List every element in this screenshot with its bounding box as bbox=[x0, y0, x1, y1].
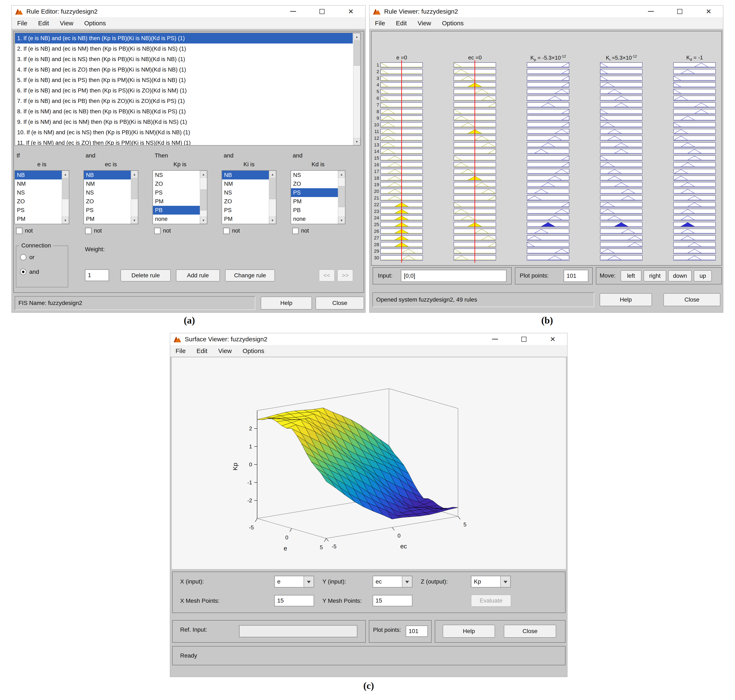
input-line-ec[interactable] bbox=[474, 60, 475, 263]
prev-button[interactable]: << bbox=[319, 269, 335, 281]
mf-listbox-e[interactable]: NBNMNSZOPSPM ▲▼ bbox=[15, 170, 69, 224]
checkbox-icon[interactable] bbox=[16, 228, 22, 234]
listbox-option[interactable]: PM bbox=[291, 197, 345, 206]
checkbox-icon[interactable] bbox=[85, 228, 91, 234]
scroll-thumb[interactable] bbox=[354, 41, 360, 66]
checkbox-icon[interactable] bbox=[223, 228, 230, 234]
menu-view[interactable]: View bbox=[54, 18, 79, 29]
listbox-option[interactable]: PS bbox=[291, 188, 345, 197]
scroll-thumb[interactable] bbox=[62, 178, 68, 199]
rules-scrollbar[interactable]: ▲ ▼ bbox=[353, 33, 360, 145]
listbox-option[interactable]: ZO bbox=[222, 197, 276, 206]
scroll-track[interactable] bbox=[62, 178, 69, 217]
y-mesh-field[interactable]: 15 bbox=[373, 595, 412, 606]
listbox-option[interactable]: NS bbox=[84, 188, 138, 197]
move-up-button[interactable]: up bbox=[694, 270, 712, 281]
minimize-button[interactable] bbox=[279, 6, 308, 18]
change-rule-button[interactable]: Change rule bbox=[225, 269, 275, 281]
close-button[interactable]: ✕ bbox=[336, 6, 365, 18]
listbox-option[interactable]: NB bbox=[84, 171, 138, 179]
scroll-up-icon[interactable]: ▲ bbox=[200, 171, 207, 178]
menu-edit[interactable]: Edit bbox=[191, 345, 213, 357]
input-line-e[interactable] bbox=[401, 60, 402, 263]
scroll-down-icon[interactable]: ▼ bbox=[338, 217, 345, 224]
menu-view[interactable]: View bbox=[213, 345, 237, 357]
input-field[interactable]: [0;0] bbox=[401, 270, 507, 282]
scrollbar[interactable]: ▲▼ bbox=[200, 171, 207, 224]
scroll-down-icon[interactable]: ▼ bbox=[269, 217, 276, 224]
x-mesh-field[interactable]: 15 bbox=[274, 595, 314, 606]
rule-item[interactable]: 9. If (e is NM) and (ec is NM) then (Kp … bbox=[15, 117, 353, 127]
chevron-down-icon[interactable] bbox=[500, 576, 510, 587]
listbox-option[interactable]: ZO bbox=[15, 197, 69, 206]
not-checkbox-kp[interactable]: not bbox=[154, 228, 171, 234]
close-window-button[interactable]: Close bbox=[315, 297, 364, 310]
close-window-button[interactable]: Close bbox=[504, 625, 556, 638]
rule-item[interactable]: 3. If (e is NB) and (ec is NS) then (Kp … bbox=[15, 54, 353, 65]
surface-plot[interactable]: 210-1-2-505-505eecKp bbox=[196, 360, 521, 566]
listbox-option[interactable]: PS bbox=[222, 206, 276, 215]
scroll-up-icon[interactable]: ▲ bbox=[131, 171, 138, 178]
rule-item[interactable]: 8. If (e is NM) and (ec is NB) then (Kp … bbox=[15, 106, 353, 117]
listbox-option[interactable]: NM bbox=[222, 179, 276, 188]
connection-and-radio[interactable]: and bbox=[20, 269, 39, 275]
scroll-thumb[interactable] bbox=[270, 178, 275, 199]
listbox-option[interactable]: NS bbox=[153, 171, 207, 179]
checkbox-icon[interactable] bbox=[292, 228, 299, 234]
y-input-combo[interactable]: ec bbox=[373, 576, 412, 587]
listbox-option[interactable]: PM bbox=[15, 215, 69, 224]
listbox-option[interactable]: ZO bbox=[291, 179, 345, 188]
not-checkbox-kd[interactable]: not bbox=[292, 228, 309, 234]
add-rule-button[interactable]: Add rule bbox=[176, 269, 220, 281]
scroll-down-icon[interactable]: ▼ bbox=[62, 217, 69, 224]
radio-icon[interactable] bbox=[20, 254, 27, 260]
titlebar[interactable]: Surface Viewer: fuzzydesign2 ✕ bbox=[170, 333, 567, 345]
mf-listbox-kp[interactable]: NSZOPSPMPBnone ▲▼ bbox=[153, 170, 207, 224]
listbox-option[interactable]: NB bbox=[222, 171, 276, 179]
plot-points-field[interactable]: 101 bbox=[406, 625, 428, 637]
z-output-combo[interactable]: Kp bbox=[471, 576, 511, 587]
listbox-option[interactable]: none bbox=[291, 215, 345, 224]
listbox-option[interactable]: NM bbox=[15, 179, 69, 188]
plot-points-field[interactable]: 101 bbox=[564, 270, 588, 282]
listbox-option[interactable]: PB bbox=[291, 206, 345, 215]
rule-item[interactable]: 5. If (e is NB) and (ec is PS) then (Kp … bbox=[15, 75, 353, 85]
rule-item[interactable]: 4. If (e is NB) and (ec is ZO) then (Kp … bbox=[15, 65, 353, 75]
rule-item[interactable]: 10. If (e is NM) and (ec is NS) then (Kp… bbox=[15, 127, 353, 138]
menu-file[interactable]: File bbox=[170, 345, 191, 357]
listbox-option[interactable]: PM bbox=[84, 215, 138, 224]
scrollbar[interactable]: ▲▼ bbox=[131, 171, 138, 224]
checkbox-icon[interactable] bbox=[154, 228, 161, 234]
close-button[interactable]: ✕ bbox=[538, 333, 567, 345]
scroll-up-icon[interactable]: ▲ bbox=[62, 171, 69, 178]
listbox-option[interactable]: PM bbox=[222, 215, 276, 224]
scroll-down-icon[interactable]: ▼ bbox=[354, 138, 360, 145]
not-checkbox-ec[interactable]: not bbox=[85, 228, 102, 234]
listbox-option[interactable]: NB bbox=[15, 171, 69, 179]
evaluate-button[interactable]: Evaluate bbox=[471, 595, 511, 607]
scrollbar[interactable]: ▲▼ bbox=[62, 171, 69, 224]
rule-item[interactable]: 1. If (e is NB) and (ec is NB) then (Kp … bbox=[15, 33, 353, 44]
listbox-option[interactable]: PS bbox=[84, 206, 138, 215]
scroll-track[interactable] bbox=[338, 178, 345, 217]
listbox-option[interactable]: ZO bbox=[84, 197, 138, 206]
move-right-button[interactable]: right bbox=[644, 270, 666, 281]
weight-field[interactable]: 1 bbox=[85, 269, 109, 281]
menu-options[interactable]: Options bbox=[79, 18, 111, 29]
not-checkbox-e[interactable]: not bbox=[16, 228, 33, 234]
listbox-option[interactable]: PS bbox=[15, 206, 69, 215]
maximize-button[interactable] bbox=[510, 333, 538, 345]
move-down-button[interactable]: down bbox=[668, 270, 692, 281]
maximize-button[interactable] bbox=[308, 6, 336, 18]
scroll-track[interactable] bbox=[354, 40, 360, 138]
chevron-down-icon[interactable] bbox=[402, 576, 412, 587]
menu-options[interactable]: Options bbox=[237, 345, 270, 357]
scroll-thumb[interactable] bbox=[200, 190, 206, 210]
mf-listbox-ki[interactable]: NBNMNSZOPSPM ▲▼ bbox=[222, 170, 276, 224]
listbox-option[interactable]: NS bbox=[15, 188, 69, 197]
ref-input-field[interactable] bbox=[239, 625, 357, 637]
minimize-button[interactable] bbox=[480, 333, 510, 345]
rule-item[interactable]: 2. If (e is NB) and (ec is NM) then (Kp … bbox=[15, 44, 353, 54]
menu-file[interactable]: File bbox=[12, 18, 32, 29]
help-button[interactable]: Help bbox=[599, 293, 652, 306]
